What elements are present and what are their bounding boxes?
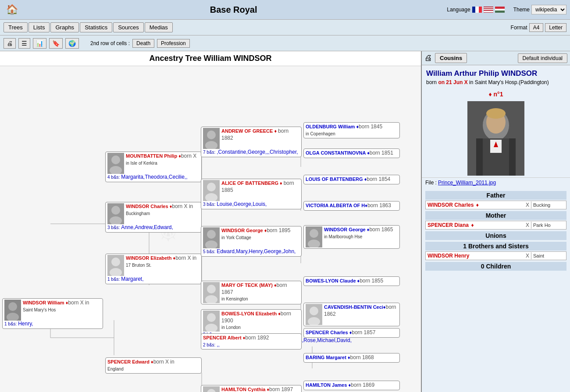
- language-section: Language: [447, 7, 504, 13]
- statistics-button[interactable]: Statistics: [80, 22, 112, 32]
- theme-section: Theme wikipedia: [513, 5, 566, 14]
- father-title: Father: [425, 191, 566, 200]
- person-cavendish[interactable]: CAVENDISH-BENTIN Ceci♦born 1862: [303, 303, 400, 326]
- file-info: File : Prince_William_2011.jpg: [422, 177, 570, 187]
- william-place: Saint Mary's Hos: [23, 307, 56, 312]
- person-alice[interactable]: ALICE OF BATTENBERG ♦ born 1885 3 b&s: L…: [201, 179, 302, 209]
- birth-date: on 21 Jun X: [438, 79, 467, 85]
- victoria-alberta-name: VICTORIA ALBERTA OF H♦born 1863: [306, 203, 391, 208]
- format-letter-button[interactable]: Letter: [545, 23, 566, 32]
- william-siblings: 1 b&s: Henry,: [4, 321, 101, 328]
- sibling-x: X: [524, 253, 531, 259]
- bowes-lyon-place: in London: [221, 325, 241, 330]
- person-mary-teck[interactable]: MARY OF TECK (MAY) ♦born 1867 in Kensing…: [201, 281, 302, 304]
- svg-point-15: [8, 302, 17, 311]
- bowes-lyon-name: BOWES-LYON Elizabeth ♦born 1900: [221, 311, 291, 323]
- oldenburg-place: in Copenhagen: [306, 131, 335, 136]
- trees-button[interactable]: Trees: [4, 22, 28, 32]
- person-baring-margaret[interactable]: BARING Margaret ♦born 1868: [303, 353, 400, 363]
- unions-title: Unions: [425, 231, 566, 240]
- app-header: 🏠 Base Royal Language Theme wikipedia: [0, 0, 570, 20]
- format-section: Format A4 Letter: [511, 23, 566, 32]
- father-name: WINDSOR Charles ♦: [426, 201, 524, 209]
- oldenburg-name: OLDENBURG William ♦born 1845: [306, 124, 382, 129]
- father-name-text: WINDSOR Charles: [428, 202, 474, 208]
- person-photo-container: [422, 101, 570, 176]
- person-hamilton-james[interactable]: HAMILTON James ♦born 1869: [303, 381, 400, 390]
- person-spencer-albert[interactable]: SPENCER Albert ♦born 1892 2 b&s: ,,: [201, 333, 302, 350]
- flag-english[interactable]: [484, 7, 493, 13]
- bookmark-button[interactable]: 🔖: [49, 38, 63, 49]
- mother-row[interactable]: SPENCER Diana ♦ X Park Ho: [425, 221, 566, 230]
- svg-point-48: [310, 229, 318, 238]
- graphs-button[interactable]: Graphs: [50, 22, 79, 32]
- sources-button[interactable]: Sources: [113, 22, 144, 32]
- death-button[interactable]: Death: [132, 39, 154, 48]
- person-elizabeth[interactable]: WINDSOR Elizabeth ♦born X in 17 Bruton S…: [105, 254, 202, 284]
- george-windsor-place: in York Cottage: [221, 235, 251, 240]
- cousins-button[interactable]: Cousins: [435, 53, 467, 63]
- sibling-row[interactable]: WINDSOR Henry X Saint: [425, 251, 566, 260]
- person-george-windsor[interactable]: WINDSOR George ♦born 1895 in York Cottag…: [201, 226, 302, 257]
- toolbar: Trees Lists Graphs Statistics Sources Me…: [0, 20, 570, 35]
- person-andrew[interactable]: ANDREW OF GREECE ♦ born 1882 7 b&s: ,Con…: [201, 127, 302, 157]
- cavendish-name: CAVENDISH-BENTIN Ceci♦born 1862: [324, 304, 396, 317]
- olga-name: OLGA CONSTANTINOVNA ♦born 1851: [306, 150, 393, 155]
- person-charles[interactable]: WINDSOR Charles ♦born X in Buckingham 3 …: [105, 202, 202, 233]
- elizabeth-siblings: 1 b&s: Margaret,: [107, 276, 200, 283]
- elizabeth-name: WINDSOR Elizabeth ♦born X in: [126, 255, 196, 261]
- format-a4-button[interactable]: A4: [529, 23, 544, 32]
- default-individual-button[interactable]: Default individual: [518, 53, 567, 63]
- louis-battenberg-name: LOUIS OF BATTENBERG ♦born 1854: [306, 177, 390, 182]
- file-label: File: [425, 180, 434, 186]
- person-hamilton-cynthia[interactable]: HAMILTON Cynthia ♦born 1897 2 b&s: Katha…: [201, 385, 302, 392]
- right-panel: 🖨 Cousins Default individual William Art…: [421, 51, 570, 392]
- svg-point-51: [310, 307, 318, 315]
- person-spencer-charles[interactable]: SPENCER Charles ♦born 1857: [303, 328, 400, 338]
- charles-name: WINDSOR Charles ♦born X in: [126, 204, 193, 209]
- george-windsor2-name: WINDSOR George ♦born 1865: [324, 227, 393, 232]
- lists-button[interactable]: Lists: [28, 22, 50, 32]
- right-top-bar: 🖨 Cousins Default individual: [422, 51, 570, 65]
- flag-hungarian[interactable]: [495, 7, 505, 13]
- person-william[interactable]: WINDSOR William ♦born X in Saint Mary's …: [2, 298, 103, 329]
- george-windsor2-place: in Marlborough Hse: [324, 234, 362, 239]
- list-button[interactable]: ☰: [18, 38, 30, 49]
- detail-person-name[interactable]: William Arthur Philip WINDSOR: [426, 69, 566, 78]
- theme-label: Theme: [513, 7, 530, 13]
- tree-canvas: ⚜: [0, 66, 421, 392]
- father-row[interactable]: WINDSOR Charles ♦ X Bucking: [425, 201, 566, 209]
- person-louis-battenberg[interactable]: LOUIS OF BATTENBERG ♦born 1854: [303, 175, 400, 184]
- andrew-siblings: 7 b&s: ,Constantine,George,,,Christopher…: [203, 149, 299, 156]
- person-spencer-edward[interactable]: SPENCER Edward ♦born X in England: [105, 357, 202, 374]
- tree-area: Ancestry Tree William WINDSOR ⚜: [0, 51, 421, 392]
- profession-button[interactable]: Profession: [157, 39, 190, 48]
- children-title: 0 Children: [425, 262, 566, 271]
- row-config-label: 2nd row of cells :: [90, 40, 130, 46]
- person-victoria-alberta[interactable]: VICTORIA ALBERTA OF H♦born 1863: [303, 201, 400, 211]
- charles-place: Buckingham: [126, 211, 150, 216]
- file-link[interactable]: Prince_William_2011.jpg: [438, 180, 496, 186]
- medias-button[interactable]: Medias: [145, 22, 173, 32]
- person-bowes-claude[interactable]: BOWES-LYON Claude ♦born 1855: [303, 276, 400, 286]
- svg-point-27: [111, 258, 120, 266]
- print-button[interactable]: 🖨: [4, 38, 16, 49]
- right-print-button[interactable]: 🖨: [424, 53, 432, 63]
- theme-select[interactable]: wikipedia: [531, 5, 566, 14]
- philip-place: in Isle of Kerkira: [126, 161, 157, 166]
- svg-point-39: [207, 285, 216, 293]
- person-oldenburg[interactable]: OLDENBURG William ♦born 1845 in Copenhag…: [303, 122, 400, 138]
- map-button[interactable]: 🌍: [65, 38, 79, 49]
- home-button[interactable]: 🏠: [4, 1, 20, 18]
- export-button[interactable]: 📊: [33, 38, 46, 49]
- person-george-windsor2[interactable]: WINDSOR George ♦born 1865 in Marlborough…: [303, 225, 400, 249]
- flag-french[interactable]: [472, 7, 482, 13]
- person-photo-large: [467, 101, 524, 176]
- father-diamond: ♦: [475, 202, 480, 208]
- andrew-name: ANDREW OF GREECE ♦ born 1882: [221, 128, 289, 141]
- person-olga[interactable]: OLGA CONSTANTINOVNA ♦born 1851: [303, 148, 400, 158]
- person-philip[interactable]: MOUNTBATTEN Philip ♦born X in Isle of Ke…: [105, 152, 202, 182]
- william-name: WINDSOR William ♦born X in: [23, 300, 89, 305]
- svg-point-42: [207, 313, 216, 322]
- spencer-albert-name: SPENCER Albert ♦born 1892: [203, 335, 269, 340]
